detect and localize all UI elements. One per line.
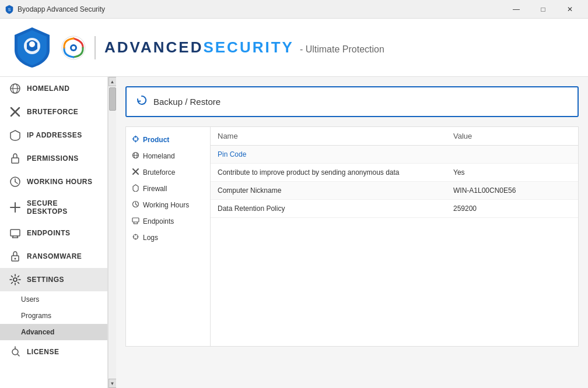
brand-name-row: ADVANCED SECURITY - Ultimate Protection: [104, 38, 384, 57]
product-nav-icon: [132, 135, 139, 144]
svg-line-35: [136, 204, 138, 206]
sidebar-item-endpoints[interactable]: ENDPOINTS: [0, 221, 107, 245]
homeland-nav-icon: [132, 151, 139, 161]
permissions-icon: [9, 153, 21, 164]
svg-rect-11: [12, 158, 19, 163]
sidebar-item-secure-desktops[interactable]: SECURE DESKTOPS: [0, 193, 107, 221]
main-panel: Backup / Restore Product: [116, 77, 588, 388]
col-name-header: Name: [218, 132, 453, 140]
table-header: Name Value: [211, 127, 578, 146]
cell-retention-name: Data Retention Policy: [218, 204, 453, 213]
bruteforce-nav-icon: [132, 168, 139, 177]
license-label: LICENSE: [27, 348, 60, 356]
content-nav-homeland[interactable]: Homeland: [126, 148, 210, 164]
endpoints-nav-label: Endpoints: [143, 217, 174, 225]
settings-icon: [9, 274, 21, 285]
content-area: HOMELAND BRUTEFORCE IP: [0, 77, 588, 388]
homeland-label: HOMELAND: [27, 84, 69, 93]
brand-security-text: SECURITY: [203, 38, 293, 57]
sidebar-item-homeland[interactable]: HOMELAND: [0, 77, 107, 100]
cell-retention-value: 259200: [453, 204, 571, 213]
close-button[interactable]: ✕: [556, 0, 583, 19]
firewall-nav-icon: [132, 184, 139, 193]
sidebar-item-working-hours[interactable]: WORKING HOURS: [0, 170, 107, 193]
svg-point-24: [12, 349, 18, 355]
section-header: Backup / Restore: [125, 86, 579, 117]
content-nav-working-hours[interactable]: Working Hours: [126, 197, 210, 213]
svg-rect-17: [10, 230, 20, 236]
table-row: Contribute to improve product by sending…: [211, 164, 578, 182]
window-controls: — □ ✕: [503, 0, 583, 19]
bruteforce-nav-label: Bruteforce: [143, 168, 175, 177]
table-row: Data Retention Policy 259200: [211, 200, 578, 218]
sidebar-item-permissions[interactable]: PERMISSIONS: [0, 147, 107, 170]
sidebar-item-ip-addresses[interactable]: IP ADDRESSES: [0, 124, 107, 147]
ip-addresses-icon: [9, 129, 21, 141]
permissions-label: PERMISSIONS: [27, 154, 79, 163]
endpoints-nav-icon: [132, 217, 139, 226]
content-table: Name Value Pin Code Contribute to improv…: [211, 127, 578, 346]
app-title: Byodapp Advanced Security: [18, 5, 503, 13]
sidebar-item-bruteforce[interactable]: BRUTEFORCE: [0, 100, 107, 124]
programs-label: Programs: [21, 312, 51, 320]
sidebar-item-license[interactable]: LICENSE: [0, 340, 107, 364]
minimize-button[interactable]: —: [503, 0, 530, 19]
ip-addresses-label: IP ADDRESSES: [27, 131, 82, 139]
sidebar-item-settings[interactable]: SETTINGS: [0, 268, 107, 291]
sidebar-sub-users[interactable]: Users: [0, 291, 107, 308]
sidebar-item-ransomware[interactable]: RANSOMWARE: [0, 245, 107, 268]
table-row: Computer Nickname WIN-A1L00CN0E56: [211, 182, 578, 200]
secure-desktops-label: SECURE DESKTOPS: [27, 199, 98, 216]
svg-point-23: [13, 278, 17, 281]
content-nav-product[interactable]: Product: [126, 132, 210, 148]
backup-restore-icon: [136, 94, 148, 109]
content-columns: Product Homeland Bruteforc: [125, 126, 579, 347]
sidebar-sub-advanced[interactable]: Advanced: [0, 324, 107, 340]
main-scroll-area: ▲ ▼ Backup / Restore: [108, 77, 588, 388]
maximize-button[interactable]: □: [530, 0, 556, 19]
app-container: ADVANCED SECURITY - Ultimate Protection …: [0, 19, 588, 388]
content-nav-endpoints[interactable]: Endpoints: [126, 213, 210, 230]
svg-point-22: [15, 258, 16, 260]
settings-label: SETTINGS: [27, 276, 64, 284]
working-hours-nav-label: Working Hours: [143, 201, 189, 209]
product-nav-label: Product: [143, 136, 169, 144]
content-nav-bruteforce[interactable]: Bruteforce: [126, 164, 210, 181]
working-hours-label: WORKING HOURS: [27, 178, 93, 186]
content-nav-logs[interactable]: Logs: [126, 230, 210, 246]
cell-nickname-name: Computer Nickname: [218, 186, 453, 195]
ransomware-label: RANSOMWARE: [27, 252, 82, 260]
content-nav-firewall[interactable]: Firewall: [126, 181, 210, 197]
bruteforce-label: BRUTEFORCE: [27, 108, 78, 116]
shield-logo: [12, 26, 52, 69]
users-label: Users: [21, 295, 39, 304]
ransomware-icon: [9, 251, 21, 262]
sidebar-sub-programs[interactable]: Programs: [0, 308, 107, 324]
scrollbar-thumb[interactable]: [109, 87, 116, 111]
sidebar: HOMELAND BRUTEFORCE IP: [0, 77, 108, 388]
svg-point-5: [72, 46, 75, 50]
homeland-nav-label: Homeland: [143, 152, 175, 160]
cell-contribute-value: Yes: [453, 168, 571, 177]
scrollbar[interactable]: ▲ ▼: [108, 77, 116, 388]
col-value-header: Value: [453, 132, 571, 140]
table-row: Pin Code: [211, 146, 578, 164]
logs-nav-label: Logs: [143, 234, 158, 242]
svg-point-2: [29, 41, 35, 47]
scroll-up-btn[interactable]: ▲: [108, 77, 117, 86]
scroll-down-btn[interactable]: ▼: [108, 379, 117, 388]
app-header: ADVANCED SECURITY - Ultimate Protection: [0, 19, 588, 77]
license-icon: [9, 346, 21, 358]
svg-text:S: S: [8, 8, 11, 12]
firewall-nav-label: Firewall: [143, 185, 167, 193]
working-hours-icon: [9, 176, 21, 188]
cell-nickname-value: WIN-A1L00CN0E56: [453, 186, 571, 195]
section-header-title: Backup / Restore: [153, 97, 220, 107]
bruteforce-icon: [9, 106, 21, 118]
table-empty-space: [211, 218, 578, 346]
logs-nav-icon: [132, 233, 139, 242]
secure-desktops-icon: [9, 202, 21, 213]
homeland-icon: [9, 83, 21, 94]
endpoints-label: ENDPOINTS: [27, 229, 71, 237]
working-hours-nav-icon: [132, 200, 139, 210]
